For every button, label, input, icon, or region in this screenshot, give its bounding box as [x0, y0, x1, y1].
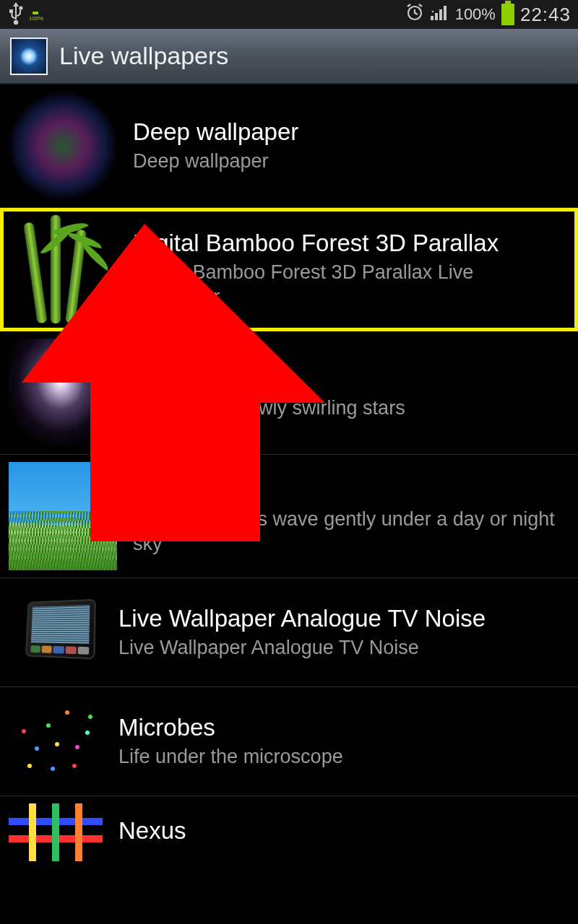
list-item-subtitle: Blades of grass wave gently under a day … [133, 507, 562, 557]
action-bar: Live wallpapers [0, 29, 578, 84]
wallpaper-list[interactable]: Deep wallpaper Deep wallpaper Digital Ba… [0, 84, 578, 868]
list-item[interactable]: Microbes Life under the microscope [0, 687, 578, 796]
list-item-text: Nexus [118, 816, 569, 848]
status-clock: 22:43 [520, 4, 571, 26]
list-item-subtitle: Deep wallpaper [133, 149, 562, 174]
svg-point-8 [431, 11, 433, 12]
list-item-text: Microbes Life under the microscope [118, 713, 569, 769]
list-item[interactable]: Nexus [0, 796, 578, 868]
list-item-title: Grass [133, 476, 562, 505]
list-item-title: Deep wallpaper [133, 118, 562, 147]
battery-percentage: 100% [455, 5, 496, 24]
list-item-title: Live Wallpaper Analogue TV Noise [118, 604, 562, 633]
alarm-icon [405, 3, 425, 26]
list-item-subtitle: Digital Bamboo Forest 3D Parallax Live W… [133, 261, 562, 310]
thumbnail-tvnoise-icon [9, 585, 103, 679]
svg-point-0 [14, 19, 18, 24]
page-title: Live wallpapers [59, 42, 228, 70]
thumbnail-grass-icon [9, 462, 117, 570]
list-item-title: Galaxy [133, 365, 562, 393]
status-bar: 100% [0, 0, 578, 29]
list-item[interactable]: Digital Bamboo Forest 3D Parallax Digita… [0, 208, 578, 331]
list-item-title: Microbes [118, 713, 562, 742]
status-right: 100% 22:43 [405, 3, 571, 26]
svg-point-2 [19, 6, 22, 9]
thumbnail-microbes-icon [9, 694, 103, 788]
battery-small-label: 100% [29, 15, 43, 22]
thumbnail-galaxy-icon [9, 339, 117, 447]
list-item-text: Grass Blades of grass wave gently under … [133, 476, 569, 556]
svg-rect-6 [439, 9, 442, 20]
app-icon [10, 38, 48, 75]
list-item[interactable]: Galaxy A galaxy of slowly swirling stars [0, 331, 578, 455]
signal-icon [431, 4, 449, 25]
svg-rect-1 [9, 9, 13, 13]
battery-icon [501, 4, 514, 25]
list-item-subtitle: Life under the microscope [118, 745, 562, 770]
list-item-text: Digital Bamboo Forest 3D Parallax Digita… [133, 229, 569, 309]
thumbnail-bamboo-icon [9, 215, 117, 323]
thumbnail-deep-icon [9, 92, 117, 200]
usb-icon [7, 1, 25, 29]
status-left: 100% [7, 1, 29, 29]
list-item[interactable]: Grass Blades of grass wave gently under … [0, 455, 578, 578]
thumbnail-nexus-icon [9, 803, 103, 861]
svg-rect-4 [431, 16, 434, 20]
list-item-text: Galaxy A galaxy of slowly swirling stars [133, 365, 569, 420]
svg-rect-7 [444, 6, 447, 20]
list-item-subtitle: A galaxy of slowly swirling stars [133, 396, 562, 421]
list-item[interactable]: Live Wallpaper Analogue TV Noise Live Wa… [0, 578, 578, 687]
list-item-text: Live Wallpaper Analogue TV Noise Live Wa… [118, 604, 569, 660]
list-item-subtitle: Live Wallpaper Analogue TV Noise [118, 636, 562, 661]
list-item-text: Deep wallpaper Deep wallpaper [133, 118, 569, 173]
svg-rect-5 [435, 13, 438, 20]
list-item-title: Nexus [118, 816, 562, 845]
list-item-title: Digital Bamboo Forest 3D Parallax [133, 229, 562, 258]
list-item[interactable]: Deep wallpaper Deep wallpaper [0, 84, 578, 208]
